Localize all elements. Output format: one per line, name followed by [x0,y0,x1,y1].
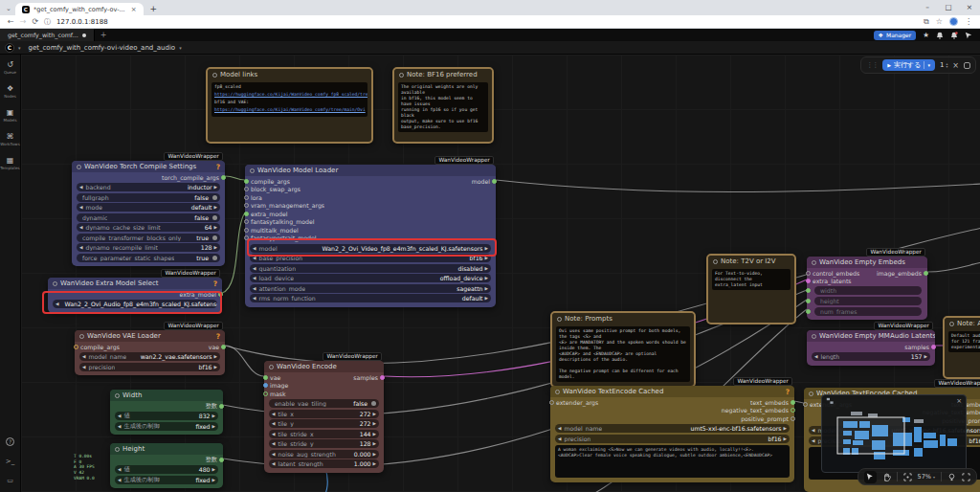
browser-menu-icon[interactable]: ⋮ [965,17,972,26]
in-slot-dot[interactable] [244,187,249,191]
widget-combo-model[interactable]: ◀modelWan2_2_Ovi_Video_fp8_e4m3fn_scaled… [250,244,491,253]
combo-left-arrow-icon[interactable]: ◀ [82,365,85,369]
focus-mode-button[interactable] [962,473,970,481]
collapse-dot-icon[interactable] [212,73,217,78]
collapse-dot-icon[interactable] [53,281,57,286]
node-title-bar[interactable]: WanVideo Empty Embeds [807,257,927,268]
node-height[interactable]: Height整数◀値480▶◀生成後の制御fixed▶ [110,443,223,488]
combo-right-arrow-icon[interactable]: ▶ [212,478,215,482]
widget-combo-生成後の制御[interactable]: ◀生成後の制御fixed▶ [115,476,218,484]
combo-left-arrow-icon[interactable]: ◀ [79,245,82,250]
node-title-bar[interactable]: WanVideo Model Loader [245,165,496,176]
pan-tool-button[interactable] [882,473,891,481]
collapse-dot-icon[interactable] [949,322,954,326]
node-title-bar[interactable]: Note: BF16 preferred [394,69,492,80]
out-slot-dot[interactable] [791,416,795,421]
in-slot-dot[interactable] [806,309,811,314]
widget-combo-latent_strength[interactable]: ◀latent_strength1.000▶ [269,459,379,468]
node-title-bar[interactable]: WanVideo Empty MMAudio Latents [807,330,935,342]
combo-left-arrow-icon[interactable]: ◀ [253,266,256,271]
combo-right-arrow-icon[interactable]: ▶ [373,421,376,426]
bookmark-star-icon[interactable]: ☆ [936,17,943,26]
in-slot-dot[interactable] [244,235,249,240]
collapse-dot-icon[interactable] [557,317,562,322]
in-slot-dot[interactable] [244,179,249,184]
combo-right-arrow-icon[interactable]: ▶ [214,245,217,250]
note-link[interactable]: https://huggingface.co/Kijai/WanVideo_co… [214,107,365,113]
out-slot-dot[interactable] [221,345,226,349]
widget-combo-base_precision[interactable]: ◀base_precisionbf16▶ [250,254,491,262]
workflow-chevron-icon[interactable]: ▾ [179,45,182,51]
node-audio[interactable]: Note: AudDefault audio le for 121 frames… [943,316,980,379]
help-icon[interactable]: ? [216,332,220,341]
in-slot-dot[interactable] [263,391,268,396]
combo-right-arrow-icon[interactable]: ▶ [214,365,217,369]
sidebar-item-workflows[interactable]: ⌘ Workflows [0,133,19,146]
widget-combo-rms_norm_function[interactable]: ◀rms_norm_functiondefault▶ [250,294,491,302]
window-close-button[interactable]: × [959,0,980,15]
out-slot-dot[interactable] [219,458,224,462]
address-text[interactable]: 127.0.0.1:8188 [56,18,918,26]
out-slot-dot[interactable] [791,408,795,413]
node-width[interactable]: Width整数◀値832▶◀生成後の制御fixed▶ [110,390,223,435]
sidebar-item-queue[interactable]: ↺ Queue [4,61,16,75]
out-slot-dot[interactable] [219,404,224,409]
collapse-dot-icon[interactable] [115,447,120,452]
combo-right-arrow-icon[interactable]: ▶ [485,296,488,301]
in-slot-dot[interactable] [74,345,78,349]
sidebar-item-templates[interactable]: ▦ Templates [0,157,19,170]
out-slot-dot[interactable] [380,375,385,380]
site-info-icon[interactable]: ⓘ [44,17,51,27]
share-cursor-icon[interactable] [965,32,972,39]
node-vae[interactable]: WanVideoWrapperWanVideo VAE Loader?compi… [75,330,225,375]
minimap-viewport[interactable] [837,417,904,454]
widget-combo-quantization[interactable]: ◀quantizationdisabled▶ [250,264,491,273]
widget-combo-e...[interactable]: ◀e...Wan2_2_Ovi_Audio_fp8_e4m3fn_scaled_… [53,300,217,308]
in-slot-dot[interactable] [244,228,249,233]
sidebar-item-models[interactable]: ▣ Models [3,109,16,123]
out-slot-dot[interactable] [221,175,226,180]
link-visibility-button[interactable] [947,473,956,481]
widget-toggle-dynamic[interactable]: dynamicfalse [77,213,220,222]
out-slot-dot[interactable] [931,345,936,349]
combo-right-arrow-icon[interactable]: ▶ [214,225,217,230]
node-title-bar[interactable]: Height [110,443,223,455]
manager-button[interactable]: ❖ Manager [874,31,917,40]
widget-combo-mode[interactable]: ◀modedefault▶ [77,203,220,212]
in-slot-dot[interactable] [806,288,811,293]
widget-toggle-force_parameter_static_shapes[interactable]: force_parameter_static_shapestrue [77,254,220,262]
in-slot-dot[interactable] [806,279,811,283]
comfyui-logo[interactable]: C [5,43,14,53]
combo-left-arrow-icon[interactable]: ◀ [253,246,256,251]
combo-right-arrow-icon[interactable]: ▶ [212,424,215,429]
combo-left-arrow-icon[interactable]: ◀ [253,256,256,260]
star-icon[interactable]: ★ [923,31,929,39]
combo-left-arrow-icon[interactable]: ◀ [812,438,814,443]
widget-toggle-compile_transformer_blocks_only[interactable]: compile_transformer_blocks_onlytrue [77,234,220,242]
widget-combo-値[interactable]: ◀値832▶ [115,412,218,420]
workflow-name[interactable]: get_comfy_with_comfy-ovi-video_and_audio [29,44,176,52]
minimap-close-icon[interactable]: × [956,397,962,405]
widget-combo-attention_mode[interactable]: ◀attention_modesageattn▶ [250,284,491,293]
combo-left-arrow-icon[interactable]: ◀ [118,478,121,482]
back-icon[interactable]: ← [8,17,14,26]
widget-combo-model_name[interactable]: ◀model_nameumt5-xxl-enc-bf16.safetensors… [555,424,790,433]
window-minimize-button[interactable]: – [917,0,938,15]
prompt-textarea[interactable]: A woman exclaiming <S>Now we can generat… [555,445,790,478]
widget-combo-tile_stride_y[interactable]: ◀tile_stride_y128▶ [269,439,379,448]
in-slot-dot[interactable] [806,271,811,276]
collapse-dot-icon[interactable] [115,393,120,398]
combo-right-arrow-icon[interactable]: ▶ [214,185,217,190]
combo-left-arrow-icon[interactable]: ◀ [253,296,256,301]
combo-right-arrow-icon[interactable]: ▶ [485,276,488,280]
toggle-dot-icon[interactable] [212,215,217,220]
converted-widget-num_frames[interactable]: num_frames [814,307,922,316]
combo-left-arrow-icon[interactable]: ◀ [272,441,275,446]
widget-combo-生成後の制御[interactable]: ◀生成後の制御fixed▶ [115,422,218,431]
window-maximize-button[interactable]: □ [938,0,959,15]
combo-right-arrow-icon[interactable]: ▶ [373,452,376,457]
help-button[interactable]: ? [6,437,14,446]
converted-widget-height[interactable]: height [814,297,922,305]
in-slot-dot[interactable] [244,212,249,216]
combo-left-arrow-icon[interactable]: ◀ [558,436,561,441]
